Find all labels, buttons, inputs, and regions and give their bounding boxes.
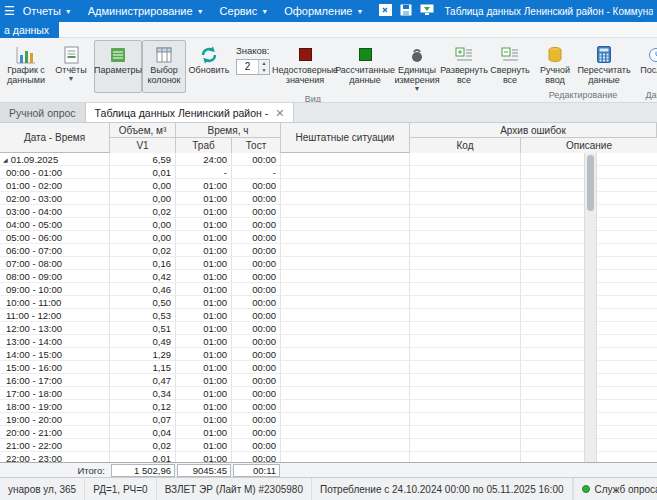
window-title: Таблица данных Ленинский район - Коммуна… <box>434 6 653 17</box>
header-tost[interactable]: Тост <box>232 138 281 153</box>
cell-date: 03:00 - 04:00 <box>0 205 110 218</box>
expand-icon[interactable]: ◢ <box>3 156 8 163</box>
reports-button[interactable]: Отчёты ▼ <box>50 40 92 89</box>
refresh-button[interactable]: Обновить <box>186 40 232 93</box>
table-row[interactable]: 10:00 - 11:00 0,50 01:00 00:00 <box>0 296 657 309</box>
statusbar-mode: РД=1, РЧ=0 <box>85 478 156 500</box>
expand-all-button[interactable]: Развернуть все <box>440 40 488 93</box>
table-row[interactable]: 22:00 - 23:00 0,01 01:00 00:00 <box>0 452 657 462</box>
header-error-archive[interactable]: Архив ошибок <box>410 123 657 138</box>
cell-v1: 1,29 <box>110 348 176 361</box>
cell-code <box>410 413 521 426</box>
menu-design[interactable]: Оформление ▼ <box>276 0 371 22</box>
cell-tost: 00:00 <box>232 374 281 387</box>
window-panel-icon[interactable] <box>379 4 392 18</box>
cell-emergencies <box>281 153 410 166</box>
tab-data-table[interactable]: Таблица данных Ленинский район - ✕ <box>86 103 295 122</box>
column-chooser-button[interactable]: Выбор колонок <box>142 40 186 93</box>
table-row[interactable]: 16:00 - 17:00 0,47 01:00 00:00 <box>0 374 657 387</box>
header-description[interactable]: Описание <box>521 138 657 153</box>
calculated-data-button[interactable]: Рассчитанные данные <box>336 40 394 93</box>
table-row[interactable]: 21:00 - 22:00 0,02 01:00 00:00 <box>0 439 657 452</box>
table-row[interactable]: 11:00 - 12:00 0,53 01:00 00:00 <box>0 309 657 322</box>
chart-with-data-label: График с данными <box>4 65 48 85</box>
header-volume[interactable]: Объем, м³ <box>110 123 176 138</box>
cell-v1: 0,07 <box>110 413 176 426</box>
header-code[interactable]: Код <box>410 138 521 153</box>
cell-date: 15:00 - 16:00 <box>0 361 110 374</box>
cell-date: ◢01.09.2025 <box>0 153 110 166</box>
chevron-down-icon: ▼ <box>68 75 75 82</box>
table-row[interactable]: 08:00 - 09:00 0,42 01:00 00:00 <box>0 270 657 283</box>
table-row[interactable]: 03:00 - 04:00 0,02 01:00 00:00 <box>0 205 657 218</box>
cell-emergencies <box>281 179 410 192</box>
cell-v1: 0,02 <box>110 439 176 452</box>
table-row[interactable]: 06:00 - 07:00 0,02 01:00 00:00 <box>0 244 657 257</box>
refresh-icon <box>199 44 219 65</box>
monitor-refresh-icon[interactable] <box>420 4 434 18</box>
spin-down-icon[interactable]: ▼ <box>259 67 269 74</box>
collapse-all-button[interactable]: Свернуть все <box>488 40 532 93</box>
totals-trab: 9045:45 <box>177 464 231 477</box>
table-row[interactable]: ◢01.09.2025 6,59 24:00 00:00 <box>0 153 657 166</box>
units-button[interactable]: Единицы измерения ▼ <box>394 40 440 93</box>
close-icon[interactable]: ✕ <box>275 108 284 118</box>
ribbon-group-label <box>2 89 92 102</box>
table-row[interactable]: 18:00 - 19:00 0,12 01:00 00:00 <box>0 400 657 413</box>
manual-input-button[interactable]: Ручной ввод <box>534 40 576 89</box>
last-data-button[interactable]: Послед <box>634 40 657 89</box>
table-row[interactable]: 15:00 - 16:00 1,15 01:00 00:00 <box>0 361 657 374</box>
table-row[interactable]: 13:00 - 14:00 0,49 01:00 00:00 <box>0 335 657 348</box>
cell-emergencies <box>281 426 410 439</box>
header-emergencies[interactable]: Нештатные ситуации <box>281 123 410 153</box>
cell-code <box>410 192 521 205</box>
spin-up-icon[interactable]: ▲ <box>259 60 269 67</box>
cell-v1: 1,15 <box>110 361 176 374</box>
collapse-all-label: Свернуть все <box>490 65 530 85</box>
cell-tost: 00:00 <box>232 179 281 192</box>
table-row[interactable]: 19:00 - 20:00 0,07 01:00 00:00 <box>0 413 657 426</box>
table-row[interactable]: 00:00 - 01:00 0,01 - - <box>0 166 657 179</box>
table-row[interactable]: 07:00 - 08:00 0,16 01:00 00:00 <box>0 257 657 270</box>
cell-emergencies <box>281 413 410 426</box>
header-v1[interactable]: V1 <box>110 138 176 153</box>
chart-with-data-button[interactable]: График с данными <box>2 40 50 89</box>
table-row[interactable]: 04:00 - 05:00 0,00 01:00 00:00 <box>0 218 657 231</box>
cell-tost: 00:00 <box>232 283 281 296</box>
cell-code <box>410 348 521 361</box>
table-row[interactable]: 17:00 - 18:00 0,34 01:00 00:00 <box>0 387 657 400</box>
table-row[interactable]: 05:00 - 06:00 0,00 01:00 00:00 <box>0 231 657 244</box>
cell-trab: 01:00 <box>176 296 232 309</box>
totals-v1: 1 502,96 <box>111 464 175 477</box>
invalid-values-button[interactable]: Недостоверные значения <box>274 40 336 93</box>
ribbon-tab-data[interactable]: а данных <box>0 22 59 38</box>
cell-emergencies <box>281 166 410 179</box>
vertical-scrollbar[interactable] <box>584 153 597 462</box>
table-row[interactable]: 14:00 - 15:00 1,29 01:00 00:00 <box>0 348 657 361</box>
digits-spinner[interactable]: 2 ▲ ▼ <box>236 59 270 75</box>
table-row[interactable]: 20:00 - 21:00 0,04 01:00 00:00 <box>0 426 657 439</box>
cell-emergencies <box>281 374 410 387</box>
table-row[interactable]: 09:00 - 10:00 0,46 01:00 00:00 <box>0 283 657 296</box>
app-menu-icon[interactable]: ☰ <box>4 4 15 18</box>
menu-service[interactable]: Сервис ▼ <box>212 0 277 22</box>
header-errors-group: Архив ошибок Код Описание <box>410 123 657 153</box>
scrollbar-thumb[interactable] <box>587 155 594 211</box>
menu-reports[interactable]: Отчеты ▼ <box>15 0 80 22</box>
table-row[interactable]: 01:00 - 02:00 0,00 01:00 00:00 <box>0 179 657 192</box>
calculated-data-icon <box>359 44 372 65</box>
cell-date: 00:00 - 01:00 <box>0 166 110 179</box>
menu-administration[interactable]: Администрирование ▼ <box>80 0 212 22</box>
table-row[interactable]: 12:00 - 13:00 0,51 01:00 00:00 <box>0 322 657 335</box>
table-row[interactable]: 02:00 - 03:00 0,00 01:00 00:00 <box>0 192 657 205</box>
header-trab[interactable]: Траб <box>176 138 232 153</box>
save-icon[interactable] <box>400 4 412 18</box>
recalculate-button[interactable]: Пересчитать данные <box>576 40 632 89</box>
ribbon-group-view-label: Вид <box>94 93 532 103</box>
header-date-time[interactable]: Дата - Время <box>0 123 110 153</box>
cell-emergencies <box>281 322 410 335</box>
cell-emergencies <box>281 348 410 361</box>
header-time[interactable]: Время, ч <box>176 123 281 138</box>
parameters-toggle-button[interactable]: Параметры <box>94 40 142 93</box>
tab-manual-poll[interactable]: Ручной опрос <box>0 103 86 122</box>
